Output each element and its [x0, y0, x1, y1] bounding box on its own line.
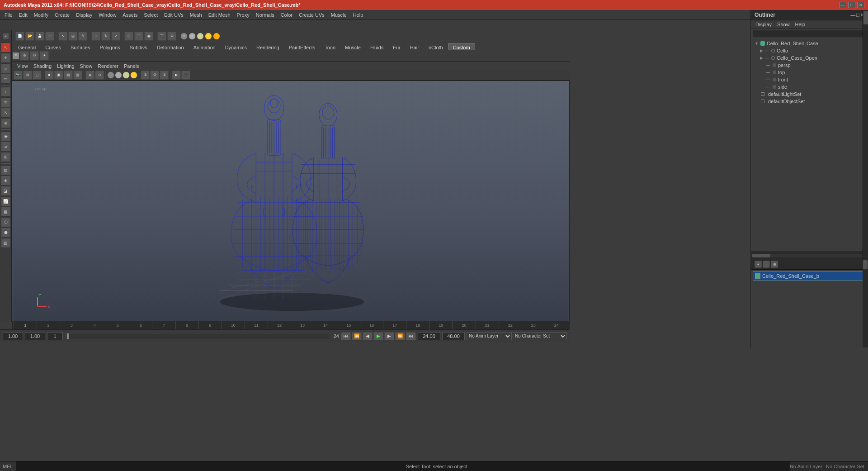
vm-lighting[interactable]: Lighting [55, 63, 76, 69]
timeline-tick-7[interactable]: 7 [152, 321, 175, 329]
render-btn[interactable]: 🎬 [157, 32, 166, 41]
outliner-maximize[interactable]: □ [856, 12, 859, 18]
tree-item-top[interactable]: top [751, 69, 868, 76]
start-frame-input[interactable] [3, 332, 23, 340]
quick-layout[interactable]: ▤ [1, 165, 11, 175]
tree-item-cello-case-open[interactable]: ▶ Cello_Case_Open [751, 54, 868, 62]
vt-res-high[interactable]: ③ [160, 71, 169, 80]
layer-editor[interactable]: ▧ [1, 238, 11, 248]
timeline-tick-2[interactable]: 2 [37, 321, 60, 329]
vt-light2[interactable] [115, 71, 122, 79]
save-scene-btn[interactable]: 💾 [35, 32, 44, 41]
tree-item-front[interactable]: front [751, 76, 868, 83]
menu-edit-uvs[interactable]: Edit UVs [161, 11, 186, 19]
menu-mesh[interactable]: Mesh [187, 11, 205, 19]
play-btn[interactable]: ▶ [373, 332, 383, 340]
playback-speed-input[interactable] [418, 332, 440, 340]
hscroll-track[interactable] [752, 254, 866, 257]
vm-panels[interactable]: Panels [122, 63, 141, 69]
end-frame-input[interactable] [25, 332, 45, 340]
outliner-search[interactable] [753, 30, 866, 38]
vm-show[interactable]: Show [78, 63, 94, 69]
vm-renderer[interactable]: Renderer [96, 63, 120, 69]
timeline-tick-21[interactable]: 21 [476, 321, 499, 329]
select-tool-btn[interactable]: ↖ [58, 32, 67, 41]
outliner-menu-show[interactable]: Show [775, 21, 792, 28]
quality-xhigh-btn[interactable]: ○ [205, 33, 212, 40]
menu-window[interactable]: Window [96, 11, 119, 19]
open-scene-btn[interactable]: 📂 [25, 32, 34, 41]
timeline-tick-6[interactable]: 6 [129, 321, 152, 329]
paint-tool-btn[interactable]: ✎ [78, 32, 87, 41]
main-viewport[interactable]: X Y persp [12, 81, 570, 321]
vt-light1[interactable] [107, 71, 114, 79]
timeline-tick-5[interactable]: 5 [106, 321, 129, 329]
timeline-tick-9[interactable]: 9 [198, 321, 222, 329]
scale-btn[interactable]: ⤢ [111, 32, 120, 41]
character-set-select[interactable]: No Character Set [513, 332, 567, 340]
rotate-tool[interactable]: ↻ [1, 97, 11, 107]
menu-proxy[interactable]: Proxy [234, 11, 252, 19]
universal-tool[interactable]: ⊕ [1, 118, 11, 128]
layer-row-selected[interactable]: Cello_Red_Shell_Case_b [753, 271, 866, 281]
go-to-end-btn[interactable]: ⏭ [406, 332, 416, 340]
anim-layer-select[interactable]: No Anim Layer [467, 332, 512, 340]
tree-item-default-object-set[interactable]: defaultObjectSet [751, 98, 868, 105]
menu-create[interactable]: Create [52, 11, 72, 19]
menu-create-uvs[interactable]: Create UVs [296, 11, 327, 19]
timeline-tick-23[interactable]: 23 [522, 321, 545, 329]
vscroll-thumb[interactable] [863, 11, 868, 24]
timeline-tick-8[interactable]: 8 [175, 321, 198, 329]
vm-shading[interactable]: Shading [32, 63, 53, 69]
scale-tool[interactable]: ⤡ [1, 108, 11, 118]
menu-color[interactable]: Color [278, 11, 295, 19]
snap-grid-btn[interactable]: ⊞ [124, 32, 133, 41]
vt-textured[interactable]: ▤ [64, 71, 73, 80]
shelf-icon-3[interactable]: ✦ [40, 51, 49, 60]
minimize-button[interactable]: — [839, 2, 846, 8]
outliner-menu-help[interactable]: Help [793, 21, 807, 28]
quality-med-btn[interactable]: ○ [189, 33, 196, 40]
blend-shape[interactable]: ⬡ [1, 217, 11, 227]
outliner-minimize[interactable]: — [850, 12, 855, 18]
tree-item-default-light-set[interactable]: defaultLightSet [751, 90, 868, 98]
vt-isolate[interactable]: ⊙ [95, 71, 104, 80]
vscroll-thumb[interactable] [863, 260, 868, 269]
menu-select[interactable]: Select [141, 11, 160, 19]
timeline-tick-1[interactable]: 1 [14, 321, 37, 329]
vt-camera[interactable]: 📷 [14, 71, 23, 80]
layer-options-btn[interactable]: ⚙ [771, 261, 778, 268]
rotate-btn[interactable]: ↻ [101, 32, 110, 41]
undo-btn[interactable]: ↩ [45, 32, 54, 41]
vt-light3[interactable] [123, 71, 130, 79]
quality-max-btn[interactable]: ○ [213, 33, 220, 40]
timeline-tick-3[interactable]: 3 [60, 321, 83, 329]
render-view[interactable]: ◪ [1, 186, 11, 196]
timeline-tick-14[interactable]: 14 [314, 321, 337, 329]
select-tool[interactable]: ↖ [1, 43, 11, 52]
timeline-tick-11[interactable]: 11 [245, 321, 268, 329]
move-tool[interactable]: ✛ [1, 53, 11, 63]
tree-item-persp[interactable]: persp [751, 62, 868, 69]
graph-editor[interactable]: 📈 [1, 196, 11, 206]
timeline-tick-13[interactable]: 13 [291, 321, 314, 329]
timeline-tick-10[interactable]: 10 [222, 321, 245, 329]
tree-item-side[interactable]: side [751, 83, 868, 90]
hscroll-thumb[interactable] [752, 254, 770, 257]
vt-light4[interactable] [130, 71, 137, 79]
max-time-input[interactable] [442, 332, 465, 340]
hypershade[interactable]: ◈ [1, 176, 11, 186]
lasso-tool[interactable]: ⌕ [1, 63, 11, 73]
outliner-hscroll[interactable] [750, 252, 868, 259]
timeline-tick-12[interactable]: 12 [268, 321, 291, 329]
vt-lit[interactable]: ▥ [73, 71, 82, 80]
shelf-icon-1[interactable]: ⊙ [20, 51, 29, 60]
timeline-tick-20[interactable]: 20 [452, 321, 475, 329]
go-to-start-btn[interactable]: ⏮ [341, 332, 351, 340]
outliner-menu-display[interactable]: Display [754, 21, 774, 28]
vt-play[interactable]: ▶ [172, 71, 181, 80]
tree-item-cello[interactable]: ▶ Cello [751, 47, 868, 54]
show-manip-tool[interactable]: ⊞ [1, 152, 11, 162]
paint-select-tool[interactable]: ✏ [1, 74, 11, 84]
soft-select-tool[interactable]: ◉ [1, 131, 11, 141]
